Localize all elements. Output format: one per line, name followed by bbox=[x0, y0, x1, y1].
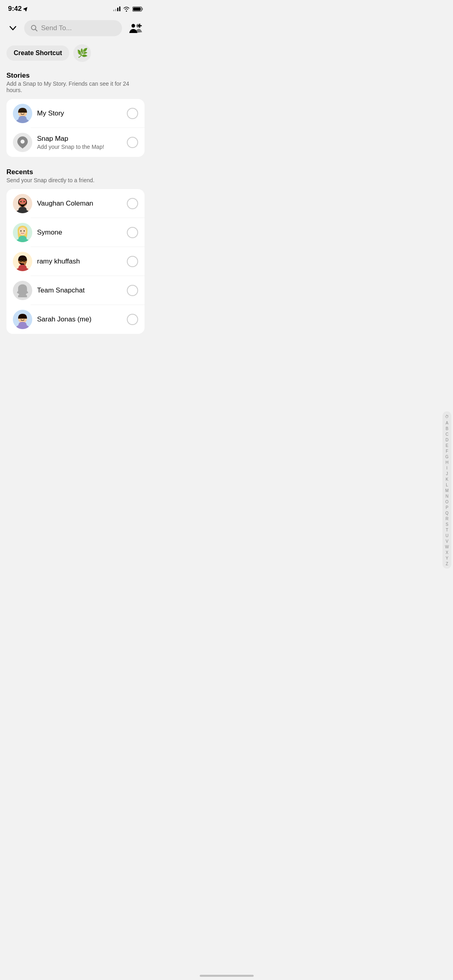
sarah-radio[interactable] bbox=[127, 314, 138, 325]
create-shortcut-button[interactable]: Create Shortcut bbox=[6, 45, 69, 61]
svg-point-34 bbox=[24, 259, 25, 261]
status-bar: 9:42 bbox=[0, 0, 151, 16]
search-header: Send To... bbox=[0, 16, 151, 42]
my-story-item[interactable]: My Story bbox=[6, 99, 145, 128]
recents-subtitle: Send your Snap directly to a friend. bbox=[6, 177, 145, 183]
snap-map-item[interactable]: Snap Map Add your Snap to the Map! bbox=[6, 128, 145, 157]
signal-icon bbox=[113, 6, 120, 11]
team-snapchat-text: Team Snapchat bbox=[37, 286, 122, 294]
symone-item[interactable]: Symone bbox=[6, 218, 145, 247]
chevron-down-icon bbox=[9, 26, 17, 31]
vaughan-item[interactable]: Vaughan Coleman bbox=[6, 189, 145, 218]
shortcuts-row: Create Shortcut 🌿 bbox=[0, 42, 151, 67]
vaughan-name: Vaughan Coleman bbox=[37, 200, 122, 208]
status-time: 9:42 bbox=[8, 5, 28, 13]
vaughan-text: Vaughan Coleman bbox=[37, 200, 122, 208]
sarah-avatar bbox=[13, 310, 32, 329]
svg-rect-3 bbox=[142, 8, 143, 10]
status-icons bbox=[113, 6, 143, 12]
ramy-item[interactable]: ramy khuffash bbox=[6, 247, 145, 276]
snap-map-sub: Add your Snap to the Map! bbox=[37, 144, 122, 150]
snap-map-text: Snap Map Add your Snap to the Map! bbox=[37, 135, 122, 150]
clock-time: 9:42 bbox=[8, 5, 22, 13]
team-snapchat-avatar bbox=[13, 281, 32, 300]
ramy-name: ramy khuffash bbox=[37, 257, 122, 266]
sarah-name: Sarah Jonas (me) bbox=[37, 315, 122, 323]
ramy-radio[interactable] bbox=[127, 256, 138, 267]
bitmoji-vaughan bbox=[13, 194, 32, 213]
leaf-shortcut-button[interactable]: 🌿 bbox=[73, 44, 91, 62]
location-pin-icon bbox=[17, 136, 28, 148]
battery-icon bbox=[132, 6, 143, 12]
svg-point-33 bbox=[21, 259, 22, 261]
svg-line-5 bbox=[35, 29, 37, 31]
symone-avatar bbox=[13, 223, 32, 242]
add-group-button[interactable] bbox=[127, 19, 145, 37]
svg-point-27 bbox=[24, 231, 25, 232]
add-friends-icon bbox=[129, 23, 142, 34]
stories-title: Stories bbox=[6, 72, 145, 80]
svg-point-26 bbox=[21, 231, 22, 232]
vaughan-avatar bbox=[13, 194, 32, 213]
recents-list: Vaughan Coleman Sym bbox=[6, 189, 145, 334]
my-story-radio[interactable] bbox=[127, 108, 138, 119]
symone-name: Symone bbox=[37, 229, 122, 237]
create-shortcut-label: Create Shortcut bbox=[14, 49, 62, 57]
svg-rect-2 bbox=[133, 7, 141, 10]
search-bar[interactable]: Send To... bbox=[24, 20, 122, 36]
bitmoji-sarah bbox=[13, 310, 32, 329]
my-story-avatar bbox=[13, 104, 32, 123]
search-icon bbox=[31, 25, 38, 32]
snapchat-ghost-icon bbox=[16, 284, 29, 297]
snap-map-name: Snap Map bbox=[37, 135, 122, 143]
svg-point-21 bbox=[21, 201, 22, 202]
stories-subtitle: Add a Snap to My Story. Friends can see … bbox=[6, 80, 145, 93]
stories-section-header: Stories Add a Snap to My Story. Friends … bbox=[0, 67, 151, 99]
ramy-text: ramy khuffash bbox=[37, 257, 122, 266]
bitmoji-face-1 bbox=[13, 104, 32, 123]
wifi-icon bbox=[123, 6, 130, 12]
symone-radio[interactable] bbox=[127, 227, 138, 238]
symone-text: Symone bbox=[37, 229, 122, 237]
svg-point-22 bbox=[24, 201, 25, 202]
svg-point-14 bbox=[21, 140, 25, 144]
team-snapchat-radio[interactable] bbox=[127, 285, 138, 296]
team-snapchat-item[interactable]: Team Snapchat bbox=[6, 276, 145, 305]
snap-map-radio[interactable] bbox=[127, 137, 138, 148]
ramy-avatar bbox=[13, 252, 32, 271]
back-chevron-button[interactable] bbox=[6, 22, 19, 35]
bitmoji-ramy bbox=[13, 252, 32, 271]
my-story-name: My Story bbox=[37, 109, 122, 117]
svg-marker-0 bbox=[23, 6, 28, 11]
svg-point-38 bbox=[24, 318, 25, 319]
sarah-item[interactable]: Sarah Jonas (me) bbox=[6, 305, 145, 334]
bitmoji-symone bbox=[13, 223, 32, 242]
svg-point-12 bbox=[21, 112, 22, 113]
location-icon bbox=[23, 6, 28, 11]
snap-map-avatar bbox=[13, 133, 32, 152]
vaughan-radio[interactable] bbox=[127, 198, 138, 209]
leaf-icon: 🌿 bbox=[77, 48, 88, 58]
sarah-text: Sarah Jonas (me) bbox=[37, 315, 122, 323]
svg-point-37 bbox=[21, 318, 22, 319]
team-snapchat-name: Team Snapchat bbox=[37, 286, 122, 294]
svg-point-6 bbox=[132, 24, 135, 28]
search-placeholder: Send To... bbox=[41, 24, 72, 32]
my-story-text: My Story bbox=[37, 109, 122, 117]
svg-point-13 bbox=[24, 112, 25, 113]
recents-title: Recents bbox=[6, 168, 145, 176]
stories-list: My Story Snap Map Add your Snap to the M… bbox=[6, 99, 145, 157]
recents-section-header: Recents Send your Snap directly to a fri… bbox=[0, 163, 151, 189]
svg-point-25 bbox=[19, 227, 26, 235]
